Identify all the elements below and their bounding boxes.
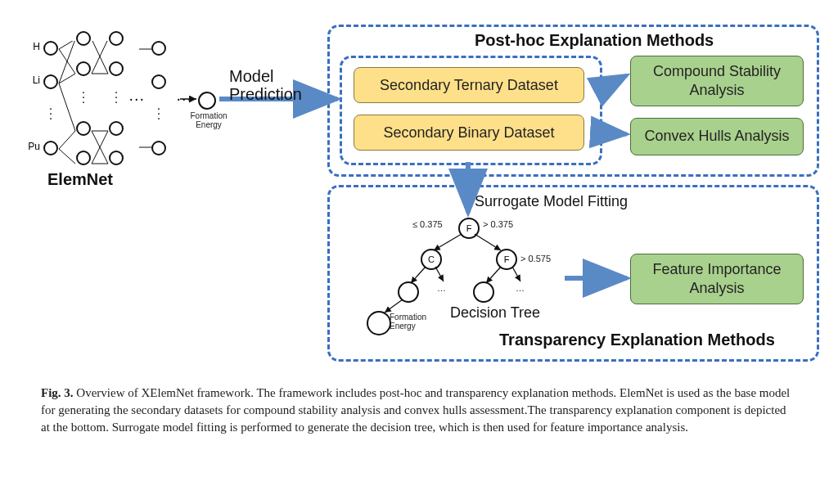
input-h-label: H [33, 41, 40, 52]
input-pu-label: Pu [28, 141, 40, 152]
tree-formation-node [367, 311, 391, 335]
stability-label: Compound StabilityAnalysis [653, 62, 781, 101]
stability-analysis-box: Compound StabilityAnalysis [630, 56, 804, 106]
input-node [43, 74, 58, 89]
hidden-node [151, 141, 166, 155]
feature-importance-box: Feature ImportanceAnalysis [630, 254, 804, 304]
tree-dots-2: … [516, 283, 525, 293]
hdots: ··· [129, 92, 146, 109]
formation-energy-label: FormationEnergy [184, 111, 233, 129]
svg-line-17 [434, 234, 462, 250]
vdots: ··· [157, 107, 160, 122]
decision-tree-label: Decision Tree [450, 304, 540, 322]
tree-left-node: C [421, 249, 442, 270]
hidden-node [109, 61, 124, 76]
vdots: ··· [82, 91, 85, 106]
input-node [43, 141, 58, 155]
tree-dots-1: … [437, 283, 446, 293]
hidden-node [109, 121, 124, 136]
hidden-node [151, 74, 166, 89]
convex-hulls-box: Convex Hulls Analysis [630, 118, 804, 155]
vdots: ··· [49, 107, 52, 122]
hdots: ··· [177, 92, 193, 109]
tree-right-node: F [496, 249, 517, 270]
hulls-label: Convex Hulls Analysis [644, 127, 789, 146]
svg-line-20 [435, 267, 444, 281]
elemnet-network: H Li ··· Pu ··· ··· [25, 41, 196, 172]
output-node [198, 92, 216, 110]
hidden-node [76, 61, 91, 76]
decision-tree: F ≤ 0.375 > 0.375 C F > 0.575 … … Format… [352, 213, 581, 344]
caption-text: Overview of XElemNet framework. The fram… [41, 386, 790, 434]
feature-label: Feature ImportanceAnalysis [652, 260, 781, 299]
hidden-node [151, 41, 166, 56]
svg-line-21 [486, 267, 501, 283]
tree-leaf-label: FormationEnergy [390, 313, 434, 331]
tree-root-node: F [458, 218, 480, 239]
posthoc-title: Post-hoc Explanation Methods [475, 31, 714, 50]
right-thresh: > 0.375 [483, 219, 513, 229]
tree-leaf-node [473, 281, 494, 303]
svg-line-18 [475, 234, 501, 250]
tree-leaf-node [398, 281, 419, 303]
binary-label: Secondary Binary Dataset [383, 124, 554, 142]
left-thresh: ≤ 0.375 [412, 219, 443, 229]
figure-caption: Fig. 3. Overview of XElemNet framework. … [16, 385, 822, 436]
fig-number: Fig. 3. [41, 386, 74, 399]
hidden-node [109, 31, 124, 46]
svg-line-19 [411, 267, 426, 283]
ternary-label: Secondary Ternary Dataset [380, 77, 558, 94]
hidden-node [76, 121, 91, 136]
vdots: ··· [115, 91, 118, 106]
binary-dataset-box: Secondary Binary Dataset [354, 115, 584, 151]
svg-line-23 [385, 299, 403, 313]
xelemnet-diagram: H Li ··· Pu ··· ··· [16, 16, 822, 368]
hidden-node [109, 151, 124, 165]
svg-line-22 [512, 267, 520, 281]
input-node [43, 41, 58, 56]
fitting-label: Surrogate Model Fitting [475, 193, 628, 210]
hidden-node [76, 151, 91, 165]
input-li-label: Li [33, 74, 40, 86]
model-prediction-label: ModelPrediction [229, 67, 302, 103]
rr-thresh: > 0.575 [520, 254, 551, 263]
hidden-node [76, 31, 91, 46]
elemnet-title: ElemNet [47, 170, 113, 189]
ternary-dataset-box: Secondary Ternary Dataset [354, 67, 584, 103]
